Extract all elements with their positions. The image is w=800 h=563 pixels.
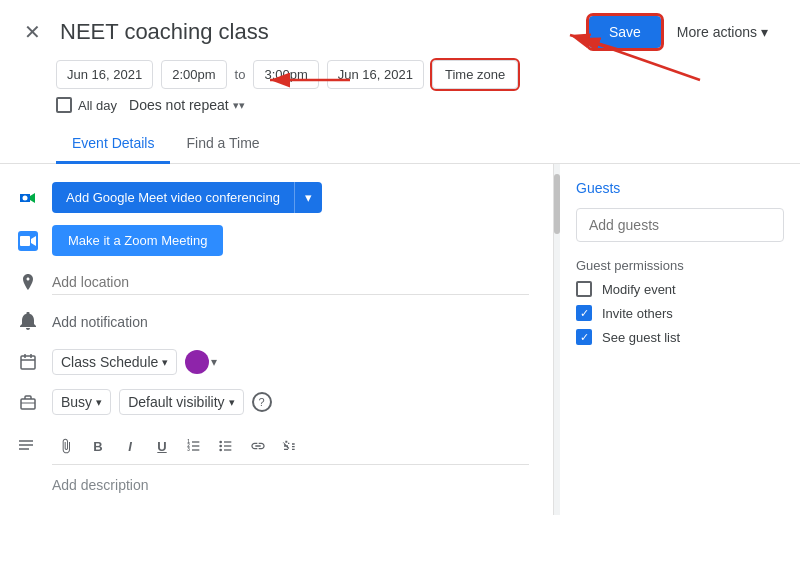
start-date-button[interactable]: Jun 16, 2021 [56, 60, 153, 89]
status-label: Busy [61, 394, 92, 410]
zoom-btn-row: Make it a Zoom Meeting [52, 225, 529, 256]
help-icon[interactable]: ? [252, 392, 272, 412]
more-actions-label: More actions [677, 24, 757, 40]
description-toolbar: B I U 1 2 3 [52, 428, 529, 465]
meet-buttons-row: Add Google Meet video conferencing ▾ [52, 182, 529, 213]
tab-find-a-time[interactable]: Find a Time [170, 125, 275, 164]
google-meet-dropdown-button[interactable]: ▾ [294, 182, 322, 213]
visibility-select-button[interactable]: Default visibility ▾ [119, 389, 243, 415]
allday-checkbox-label[interactable]: All day [56, 97, 117, 113]
guest-permissions-title: Guest permissions [576, 258, 784, 273]
google-meet-logo-icon [18, 188, 38, 208]
start-time-button[interactable]: 2:00pm [161, 60, 226, 89]
allday-checkbox[interactable] [56, 97, 72, 113]
allday-row: All day Does not repeat ▾ [0, 93, 800, 125]
location-icon [16, 270, 40, 294]
svg-point-5 [23, 195, 28, 200]
underline-button[interactable]: U [148, 432, 176, 460]
timezone-button[interactable]: Time zone [432, 60, 518, 89]
attachment-button[interactable] [52, 432, 80, 460]
color-circle[interactable] [185, 350, 209, 374]
status-content: Busy ▾ Default visibility ▾ ? [52, 389, 529, 415]
tabs-row: Event Details Find a Time [0, 125, 800, 164]
end-date-button[interactable]: Jun 16, 2021 [327, 60, 424, 89]
italic-button[interactable]: I [116, 432, 144, 460]
svg-point-23 [219, 441, 222, 444]
content-area: Add Google Meet video conferencing ▾ [0, 164, 800, 515]
dialog-header: ✕ NEET coaching class Save More actions … [0, 0, 800, 56]
link-button[interactable] [244, 432, 272, 460]
add-guests-input[interactable] [576, 208, 784, 242]
invite-others-checkbox[interactable]: ✓ [576, 305, 592, 321]
more-actions-button[interactable]: More actions ▾ [669, 16, 776, 48]
repeat-label: Does not repeat [129, 97, 229, 113]
add-google-meet-button[interactable]: Add Google Meet video conferencing [52, 182, 294, 213]
calendar-label: Class Schedule [61, 354, 158, 370]
visibility-label: Default visibility [128, 394, 224, 410]
remove-format-button[interactable] [276, 432, 304, 460]
modify-event-checkbox[interactable] [576, 281, 592, 297]
unordered-list-button[interactable] [212, 432, 240, 460]
calendar-row: Class Schedule ▾ ▾ [0, 342, 553, 382]
bell-icon [18, 312, 38, 332]
google-meet-icon [16, 186, 40, 210]
google-meet-row: Add Google Meet video conferencing ▾ [0, 176, 553, 219]
invite-others-label: Invite others [602, 306, 673, 321]
scrollbar[interactable] [554, 164, 560, 515]
header-actions: Save More actions ▾ [589, 16, 776, 48]
left-panel: Add Google Meet video conferencing ▾ [0, 164, 554, 515]
permission-see-guest-list: ✓ See guest list [576, 329, 784, 345]
save-button[interactable]: Save [589, 16, 661, 48]
close-button[interactable]: ✕ [16, 16, 48, 48]
description-area: B I U 1 2 3 [0, 422, 553, 503]
event-title: NEET coaching class [60, 19, 577, 45]
end-time-button[interactable]: 3:00pm [253, 60, 318, 89]
description-editor: B I U 1 2 3 [52, 428, 529, 497]
close-icon: ✕ [24, 20, 41, 44]
notification-content: Add notification [52, 314, 529, 330]
status-chevron-icon: ▾ [96, 396, 102, 409]
see-guest-list-checkbox[interactable]: ✓ [576, 329, 592, 345]
calendar-select-row: Class Schedule ▾ ▾ [52, 349, 529, 375]
make-zoom-meeting-button[interactable]: Make it a Zoom Meeting [52, 225, 223, 256]
description-placeholder[interactable]: Add description [52, 473, 529, 497]
more-actions-chevron-icon: ▾ [761, 24, 768, 40]
remove-format-icon [282, 438, 298, 454]
unordered-list-icon [218, 438, 234, 454]
meet-btn-group: Add Google Meet video conferencing ▾ [52, 182, 322, 213]
datetime-row: Jun 16, 2021 2:00pm to 3:00pm Jun 16, 20… [0, 56, 800, 93]
scrollbar-thumb[interactable] [554, 174, 560, 234]
repeat-wrapper[interactable]: Does not repeat ▾ [129, 97, 245, 113]
notification-row: Add notification [0, 302, 553, 342]
visibility-chevron-icon: ▾ [229, 396, 235, 409]
color-selector: ▾ [185, 350, 217, 374]
bold-button[interactable]: B [84, 432, 112, 460]
color-dropdown-icon[interactable]: ▾ [211, 355, 217, 369]
calendar-chevron-icon: ▾ [162, 356, 168, 369]
allday-label: All day [78, 98, 117, 113]
calendar-book-icon [18, 352, 38, 372]
desc-with-icon: B I U 1 2 3 [16, 428, 529, 497]
calendar-select-button[interactable]: Class Schedule ▾ [52, 349, 177, 375]
attachment-icon [58, 438, 74, 454]
zoom-row: Make it a Zoom Meeting [0, 219, 553, 262]
tab-event-details[interactable]: Event Details [56, 125, 170, 164]
location-input[interactable] [52, 270, 529, 295]
ordered-list-icon: 1 2 3 [186, 438, 202, 454]
status-row: Busy ▾ Default visibility ▾ ? [0, 382, 553, 422]
notification-icon [16, 310, 40, 334]
location-row [0, 262, 553, 302]
ordered-list-button[interactable]: 1 2 3 [180, 432, 208, 460]
see-guest-list-label: See guest list [602, 330, 680, 345]
svg-rect-12 [21, 399, 35, 409]
event-dialog: ✕ NEET coaching class Save More actions … [0, 0, 800, 563]
notification-placeholder-text[interactable]: Add notification [52, 314, 148, 330]
briefcase-svg-icon [18, 392, 38, 412]
modify-event-label: Modify event [602, 282, 676, 297]
svg-rect-8 [21, 356, 35, 369]
permission-modify-event: Modify event [576, 281, 784, 297]
svg-rect-7 [20, 236, 30, 246]
svg-point-25 [219, 449, 222, 452]
busy-select-button[interactable]: Busy ▾ [52, 389, 111, 415]
svg-point-24 [219, 445, 222, 448]
